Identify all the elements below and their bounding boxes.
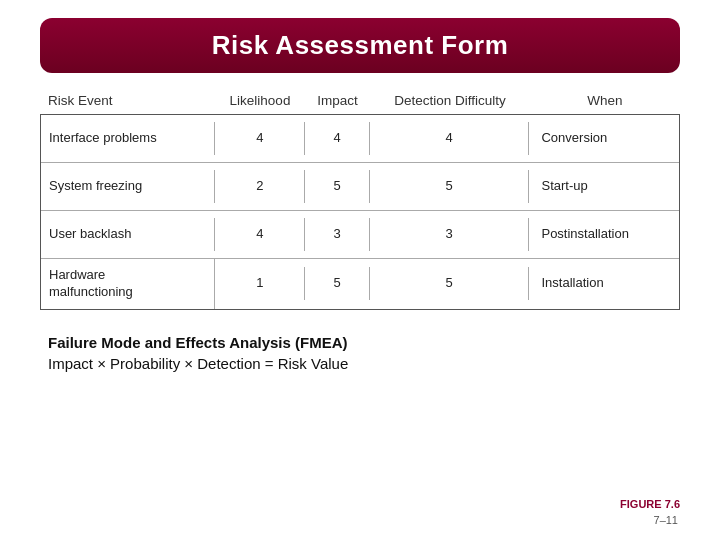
table-row: Hardware malfunctioning 1 5 5 Installati… [41,259,679,309]
col-header-impact: Impact [305,93,370,108]
cell-when-2: Postinstallation [529,218,679,251]
fmea-normal-line: Impact × Probability × Detection = Risk … [48,355,680,372]
cell-detection-3: 5 [370,267,529,300]
cell-detection-2: 3 [370,218,529,251]
risk-table: Interface problems 4 4 4 Conversion Syst… [40,114,680,310]
slide-container: Risk Assessment Form Risk Event Likeliho… [0,0,720,540]
table-headers: Risk Event Likelihood Impact Detection D… [40,93,680,114]
slide-number: 7–11 [654,514,678,526]
table-row: System freezing 2 5 5 Start-up [41,163,679,211]
fmea-section: Failure Mode and Effects Analysis (FMEA)… [40,334,680,372]
cell-impact-2: 3 [305,218,370,251]
cell-impact-3: 5 [305,267,370,300]
figure-label: FIGURE 7.6 [620,498,680,510]
header-banner: Risk Assessment Form [40,18,680,73]
table-row: User backlash 4 3 3 Postinstallation [41,211,679,259]
cell-likelihood-1: 2 [215,170,305,203]
cell-impact-0: 4 [305,122,370,155]
table-row: Interface problems 4 4 4 Conversion [41,115,679,163]
col-header-likelihood: Likelihood [215,93,305,108]
cell-likelihood-2: 4 [215,218,305,251]
page-title: Risk Assessment Form [60,30,660,61]
col-header-detection: Detection Difficulty [370,93,530,108]
cell-detection-1: 5 [370,170,529,203]
cell-impact-1: 5 [305,170,370,203]
col-header-risk-event: Risk Event [40,93,215,108]
cell-likelihood-3: 1 [215,267,305,300]
cell-risk-event-0: Interface problems [41,122,215,155]
cell-likelihood-0: 4 [215,122,305,155]
cell-detection-0: 4 [370,122,529,155]
cell-when-0: Conversion [529,122,679,155]
cell-when-1: Start-up [529,170,679,203]
cell-risk-event-1: System freezing [41,170,215,203]
cell-when-3: Installation [529,267,679,300]
cell-risk-event-3: Hardware malfunctioning [41,259,215,309]
table-section: Risk Event Likelihood Impact Detection D… [40,93,680,310]
col-header-when: When [530,93,680,108]
cell-risk-event-2: User backlash [41,218,215,251]
fmea-bold-line: Failure Mode and Effects Analysis (FMEA) [48,334,680,351]
